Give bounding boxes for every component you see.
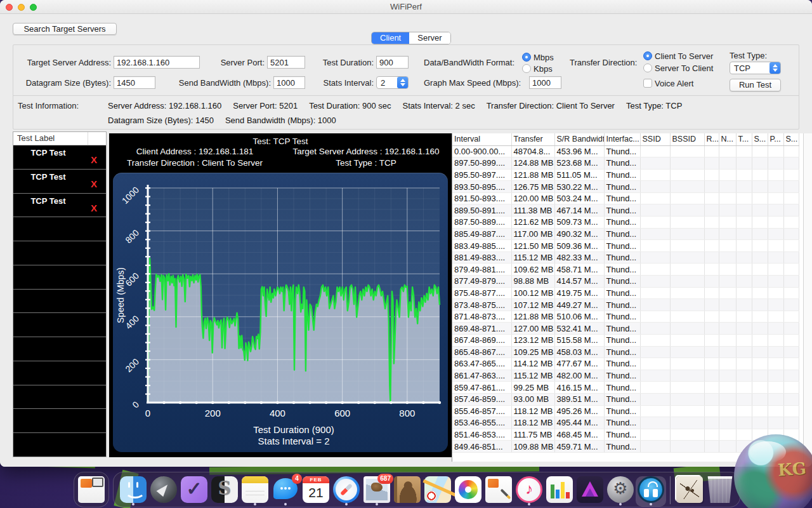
table-row[interactable]: 883.49-885....121.50 MB509.36 M...Thund.… — [452, 240, 799, 252]
kbps-radio-label: Kbps — [534, 64, 553, 74]
stats-interval-popup[interactable]: 2 — [376, 76, 409, 89]
table-column-header[interactable]: Transfer — [511, 133, 554, 145]
svg-text:Test Duration (900): Test Duration (900) — [253, 424, 334, 435]
table-column-header[interactable]: S... — [783, 133, 799, 145]
table-row[interactable]: 853.46-855....118.12 MB495.44 M...Thund.… — [452, 417, 799, 429]
dock-item-wifiperf[interactable] — [636, 476, 666, 507]
table-scrollbar[interactable] — [803, 133, 812, 462]
tab-client[interactable]: Client — [372, 32, 409, 44]
test-duration-input[interactable] — [376, 56, 409, 69]
table-column-header[interactable]: S/R Bandwidth — [554, 133, 604, 145]
run-test-button[interactable]: Run Test — [730, 79, 781, 91]
table-column-header[interactable]: Interval — [452, 133, 511, 145]
table-row[interactable]: 887.50-889....121.62 MB509.73 M...Thund.… — [452, 217, 799, 229]
test-list-row[interactable] — [13, 241, 106, 265]
table-column-header[interactable]: P... — [768, 133, 783, 145]
server-port-input[interactable] — [267, 56, 305, 69]
dock-item-photos[interactable] — [453, 476, 483, 507]
system-preferences-icon: ⚙ — [607, 476, 634, 503]
table-row[interactable]: 877.49-879....98.88 MB414.57 M...Thund..… — [452, 276, 799, 288]
kbps-radio[interactable] — [522, 64, 531, 73]
test-label-column-header[interactable]: Test Label — [13, 132, 106, 145]
datagram-size-input[interactable] — [114, 76, 155, 89]
table-row[interactable]: 851.46-853....111.75 MB468.45 M...Thund.… — [452, 429, 799, 441]
test-list-row[interactable]: TCP TestX — [13, 145, 106, 169]
table-column-header[interactable]: Interfac... — [604, 133, 640, 145]
test-list-row[interactable] — [13, 409, 106, 432]
table-row[interactable]: 897.50-899....124.88 MB523.68 M...Thund.… — [452, 157, 799, 170]
dock-item-itunes[interactable]: ♪ — [514, 476, 544, 507]
target-server-address-input[interactable] — [114, 56, 200, 69]
table-column-header[interactable]: T... — [736, 133, 752, 145]
test-list-row[interactable] — [13, 217, 106, 241]
table-row[interactable]: 889.50-891....111.38 MB467.14 M...Thund.… — [452, 204, 799, 217]
table-row[interactable]: 857.46-859....93.00 MB389.51 M...Thund..… — [452, 393, 799, 405]
test-list-row[interactable] — [13, 361, 106, 385]
dock-item-omnifocus[interactable] — [179, 476, 209, 507]
table-row[interactable]: 861.47-863....115.12 MB482.00 M...Thund.… — [452, 370, 799, 382]
send-bandwidth-input[interactable] — [273, 76, 305, 89]
table-row[interactable]: 893.50-895....126.75 MB530.22 M...Thund.… — [452, 181, 799, 193]
title-bar[interactable]: WiFiPerf — [0, 0, 812, 14]
dock-item-contacts[interactable] — [392, 476, 422, 507]
test-type-popup[interactable]: TCP — [730, 62, 781, 74]
mbps-radio[interactable] — [522, 53, 531, 62]
table-row[interactable]: 869.48-871....127.00 MB532.41 M...Thund.… — [452, 323, 799, 335]
table-row[interactable]: 867.48-869....123.12 MB515.58 M...Thund.… — [452, 335, 799, 347]
dock-item-maps[interactable] — [422, 476, 453, 507]
test-list-row[interactable] — [13, 265, 106, 289]
table-header-row[interactable]: IntervalTransferS/R BandwidthInterfac...… — [452, 133, 799, 145]
dock-item-downloads[interactable] — [674, 476, 705, 507]
table-row[interactable]: 891.50-893....120.00 MB503.24 M...Thund.… — [452, 192, 799, 204]
test-list-row[interactable] — [13, 385, 106, 409]
dock-item-safari[interactable] — [331, 476, 362, 507]
voice-alert-checkbox[interactable] — [643, 79, 652, 88]
dock-item-pages[interactable] — [483, 476, 514, 507]
table-row[interactable]: 865.48-867....109.25 MB458.03 M...Thund.… — [452, 346, 799, 358]
delete-test-icon[interactable]: X — [91, 154, 97, 165]
dock-item-numbers[interactable] — [544, 476, 575, 507]
dock-item-affinity-photo[interactable] — [575, 476, 605, 507]
table-cell — [670, 181, 704, 193]
delete-test-icon[interactable]: X — [91, 203, 97, 213]
tab-server[interactable]: Server — [409, 32, 450, 44]
table-row[interactable]: 873.48-875....107.12 MB449.27 M...Thund.… — [452, 299, 799, 311]
table-row[interactable]: 871.48-873....121.88 MB510.06 M...Thund.… — [452, 311, 799, 323]
dock-item-scrivener[interactable]: S — [209, 476, 240, 507]
dock-item-finder[interactable] — [118, 476, 148, 507]
client-to-server-radio[interactable] — [643, 51, 652, 60]
table-column-header[interactable]: N... — [719, 133, 736, 145]
table-column-header[interactable]: S... — [752, 133, 768, 145]
table-row[interactable]: 879.49-881....109.62 MB458.71 M...Thund.… — [452, 264, 799, 276]
dock-item-mail[interactable]: 687 — [362, 476, 392, 507]
dock-item-minimized-window[interactable] — [76, 476, 107, 507]
delete-test-icon[interactable]: X — [91, 178, 97, 189]
table-row[interactable]: 895.50-897....121.88 MB511.05 M...Thund.… — [452, 169, 799, 181]
dock-item-calendar[interactable]: FEB21 — [301, 476, 331, 507]
dock-item-notes[interactable] — [240, 476, 270, 507]
graph-max-speed-input[interactable] — [529, 76, 561, 89]
table-column-header[interactable]: R... — [704, 133, 719, 145]
server-to-client-radio[interactable] — [643, 64, 652, 72]
table-row[interactable]: 0.00-900.00...48704.8...453.96 M...Thund… — [452, 145, 799, 157]
test-list-row[interactable] — [13, 290, 106, 313]
dock-item-system-preferences[interactable]: ⚙ — [605, 476, 636, 507]
table-row[interactable]: 859.47-861....99.25 MB416.15 M...Thund..… — [452, 382, 799, 394]
test-list-row[interactable]: TCP TestX — [13, 170, 106, 193]
table-row[interactable]: 885.49-887....117.00 MB490.32 M...Thund.… — [452, 228, 799, 240]
table-column-header[interactable]: BSSID — [670, 133, 704, 145]
dock-item-trash[interactable] — [705, 476, 735, 507]
dock-item-launchpad[interactable] — [148, 476, 179, 507]
table-row[interactable]: 875.48-877....100.12 MB419.75 M...Thund.… — [452, 287, 799, 299]
table-row[interactable]: 855.46-857....118.12 MB495.26 M...Thund.… — [452, 405, 799, 417]
test-list-row[interactable] — [13, 313, 106, 337]
table-row[interactable]: 863.47-865....114.12 MB477.67 M...Thund.… — [452, 358, 799, 370]
test-list-row[interactable] — [13, 337, 106, 361]
results-table[interactable]: IntervalTransferS/R BandwidthInterfac...… — [452, 133, 803, 462]
dock-item-messages[interactable]: 4 — [270, 476, 301, 507]
test-list-row[interactable]: TCP TestX — [13, 194, 106, 217]
table-row[interactable]: 881.49-883....115.12 MB482.33 M...Thund.… — [452, 251, 799, 264]
table-column-header[interactable]: SSID — [640, 133, 670, 145]
test-list-row[interactable] — [13, 433, 106, 457]
search-target-servers-button[interactable]: Search Target Servers — [13, 23, 117, 35]
